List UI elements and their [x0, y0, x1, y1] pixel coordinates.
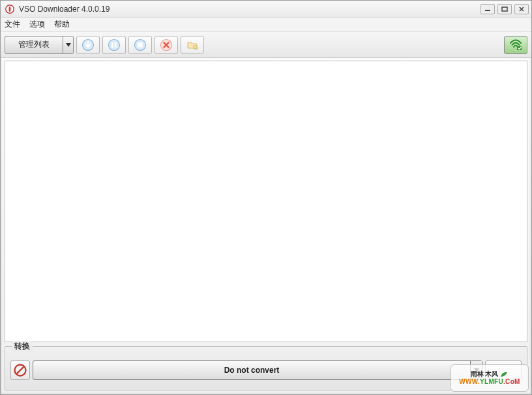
leaf-icon: [499, 370, 509, 378]
toolbar: 管理列表: [1, 32, 531, 58]
svg-rect-5: [112, 42, 113, 48]
svg-rect-6: [115, 42, 116, 48]
menu-file[interactable]: 文件: [5, 19, 20, 30]
convert-caption: 转换: [12, 341, 33, 352]
menubar: 文件 选项 帮助: [1, 18, 531, 32]
app-window: VSO Downloader 4.0.0.19 文件 选项 帮助 管理列表: [0, 0, 532, 395]
convert-row: Do not convert: [5, 347, 527, 390]
convert-selected-value: Do not convert: [33, 361, 470, 379]
convert-format-select[interactable]: Do not convert: [33, 360, 482, 380]
manage-list-button[interactable]: 管理列表: [5, 36, 74, 54]
delete-button[interactable]: [155, 36, 178, 54]
minimize-button[interactable]: [480, 4, 495, 14]
pause-button[interactable]: [102, 36, 126, 54]
manage-list-label: 管理列表: [5, 37, 63, 53]
watermark-brand: 雨林 木风: [471, 370, 509, 378]
close-button[interactable]: [514, 4, 529, 14]
window-controls: [480, 4, 529, 14]
svg-line-14: [16, 366, 24, 374]
svg-rect-2: [502, 7, 507, 11]
convert-section: 转换 Do not convert: [5, 346, 527, 390]
maximize-button[interactable]: [497, 4, 512, 14]
download-list[interactable]: [5, 61, 527, 342]
no-convert-icon[interactable]: [10, 360, 30, 380]
titlebar: VSO Downloader 4.0.0.19: [1, 1, 531, 18]
watermark: 雨林 木风 WWW.YLMFU.CoM: [451, 364, 529, 392]
svg-rect-8: [138, 42, 143, 47]
open-folder-button[interactable]: [181, 36, 204, 54]
network-status-button[interactable]: [504, 36, 527, 54]
download-button[interactable]: [76, 36, 100, 54]
watermark-url: WWW.YLMFU.CoM: [459, 378, 520, 386]
app-icon: [5, 4, 15, 14]
svg-line-11: [196, 48, 198, 50]
stop-button[interactable]: [128, 36, 152, 54]
chevron-down-icon[interactable]: [63, 37, 73, 53]
menu-options[interactable]: 选项: [29, 19, 45, 30]
svg-point-4: [109, 39, 120, 50]
menu-help[interactable]: 帮助: [54, 19, 70, 30]
window-title: VSO Downloader 4.0.0.19: [19, 5, 480, 14]
svg-rect-1: [485, 10, 490, 11]
